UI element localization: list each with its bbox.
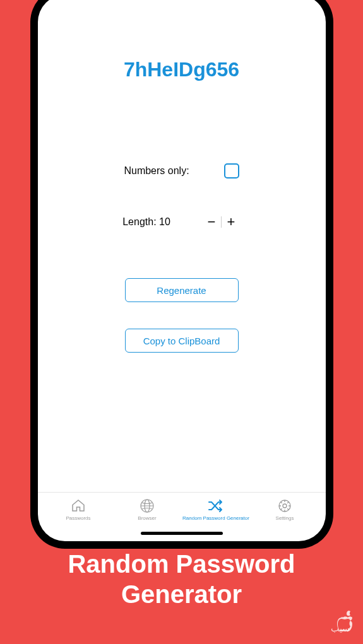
watermark-logo: سیب (328, 606, 358, 639)
svg-point-4 (283, 504, 287, 508)
length-stepper: − + (202, 213, 241, 231)
tab-settings[interactable]: Settings (251, 498, 319, 521)
svg-line-12 (287, 502, 289, 503)
length-label: Length: 10 (122, 216, 170, 228)
globe-icon (139, 498, 155, 514)
tab-browser[interactable]: Browser (113, 498, 182, 521)
svg-text:سیب: سیب (331, 623, 350, 633)
promo-line-2: Generator (0, 579, 363, 609)
increment-button[interactable]: + (222, 213, 241, 231)
tab-label: Passwords (66, 515, 90, 521)
tab-label: Settings (276, 515, 294, 521)
shuffle-icon (208, 498, 224, 514)
numbers-only-row: Numbers only: (124, 163, 239, 179)
generated-password-display: 7hHeIDg656 (124, 58, 239, 81)
regenerate-button[interactable]: Regenerate (125, 278, 239, 302)
phone-frame: 7hHeIDg656 Numbers only: Length: 10 − + … (30, 0, 333, 549)
numbers-only-checkbox[interactable] (224, 163, 239, 179)
decrement-button[interactable]: − (202, 213, 221, 231)
home-icon (70, 498, 86, 514)
main-content: 7hHeIDg656 Numbers only: Length: 10 − + … (38, 0, 326, 492)
promo-line-1: Random Password (0, 549, 363, 579)
svg-line-11 (281, 508, 282, 510)
numbers-only-label: Numbers only: (124, 165, 189, 177)
phone-screen: 7hHeIDg656 Numbers only: Length: 10 − + … (38, 0, 326, 541)
length-row: Length: 10 − + (122, 213, 241, 231)
promo-title: Random Password Generator (0, 549, 363, 609)
tab-passwords[interactable]: Passwords (44, 498, 113, 521)
gear-icon (277, 498, 293, 514)
tab-label: Random Password Generator (182, 515, 249, 521)
svg-line-9 (281, 502, 282, 503)
copy-button[interactable]: Copy to ClipBoard (125, 329, 239, 353)
svg-line-10 (287, 508, 289, 510)
tab-random-generator[interactable]: Random Password Generator (182, 498, 251, 521)
tab-label: Browser (138, 515, 156, 521)
home-indicator (141, 532, 223, 535)
